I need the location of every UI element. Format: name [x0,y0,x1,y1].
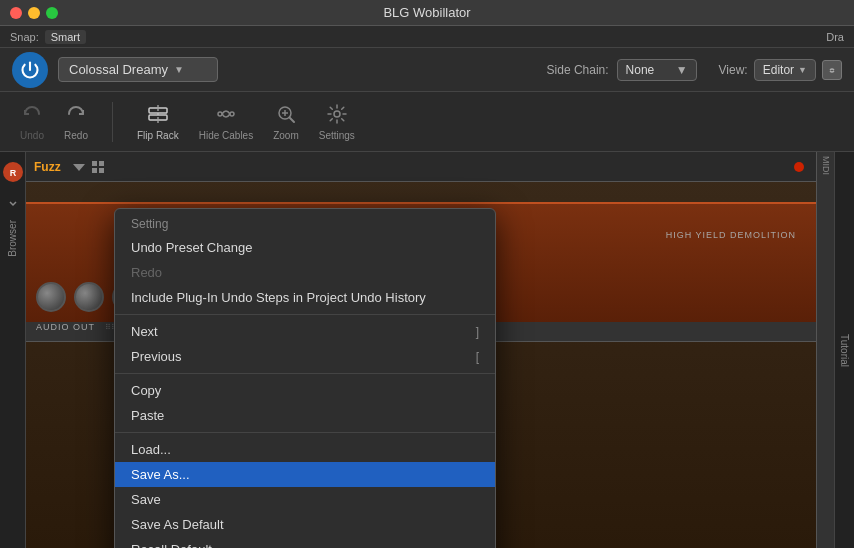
redo-icon [64,102,88,126]
flip-rack-icon [146,102,170,126]
sidechain-area: Side Chain: None ▼ [547,59,697,81]
menu-item-load[interactable]: Load... [115,437,495,462]
menu-sep-1 [115,314,495,315]
context-menu: Setting Undo Preset Change Redo Include … [114,208,496,548]
menu-item-load-label: Load... [131,442,171,457]
hide-cables-label: Hide Cables [199,130,253,141]
close-button[interactable] [10,7,22,19]
view-button[interactable]: Editor ▼ [754,59,816,81]
menu-item-save-label: Save [131,492,161,507]
menu-item-recall-default[interactable]: Recall Default [115,537,495,548]
title-bar: BLG Wobillator [0,0,854,26]
settings-icon [325,102,349,126]
flip-rack-label: Flip Rack [137,130,179,141]
menu-item-paste-label: Paste [131,408,164,423]
chain-link-icon[interactable] [822,60,842,80]
toolbar: Undo Redo Flip Rack [0,92,854,152]
plugin-header: Colossal Dreamy ▼ Side Chain: None ▼ Vie… [0,48,854,92]
settings-button[interactable]: Settings [319,102,355,141]
browser-icon[interactable]: R [3,162,23,182]
sidechain-arrow-icon: ▼ [676,63,688,77]
dropdown-arrow-icon: ▼ [174,64,184,75]
menu-section-header: Setting [115,213,495,235]
menu-item-next-label: Next [131,324,158,339]
menu-sep-3 [115,432,495,433]
view-label: View: [719,63,748,77]
sidechain-label: Side Chain: [547,63,609,77]
svg-point-3 [218,112,222,116]
menu-item-include-undo[interactable]: Include Plug-In Undo Steps in Project Un… [115,285,495,310]
hide-cables-icon [214,102,238,126]
menu-item-next[interactable]: Next ] [115,319,495,344]
tutorial-panel: Tutorial [834,152,854,548]
menu-item-paste[interactable]: Paste [115,403,495,428]
power-button[interactable] [12,52,48,88]
snap-value[interactable]: Smart [45,30,86,44]
menu-item-undo-preset[interactable]: Undo Preset Change [115,235,495,260]
menu-item-redo-label: Redo [131,265,162,280]
menu-item-save-as[interactable]: Save As... [115,462,495,487]
sidechain-select[interactable]: None ▼ [617,59,697,81]
menu-item-copy[interactable]: Copy [115,378,495,403]
view-arrow-icon: ▼ [798,65,807,75]
menu-sep-2 [115,373,495,374]
flip-rack-button[interactable]: Flip Rack [137,102,179,141]
menu-item-save-as-label: Save As... [131,467,190,482]
preset-dropdown[interactable]: Colossal Dreamy ▼ [58,57,218,82]
svg-text:R: R [9,168,16,178]
window-title: BLG Wobillator [383,5,470,20]
zoom-icon [274,102,298,126]
undo-label: Undo [20,130,44,141]
window-controls[interactable] [10,7,58,19]
browser-label: Browser [7,220,18,257]
svg-line-6 [289,118,294,123]
zoom-button[interactable]: Zoom [273,102,299,141]
menu-item-redo: Redo [115,260,495,285]
snap-label: Snap: [10,31,39,43]
redo-button[interactable]: Redo [64,102,88,141]
svg-point-4 [230,112,234,116]
minimize-button[interactable] [28,7,40,19]
view-value: Editor [763,63,794,77]
toolbar-separator [112,102,113,142]
redo-label: Redo [64,130,88,141]
menu-item-previous-label: Previous [131,349,182,364]
hide-cables-button[interactable]: Hide Cables [199,102,253,141]
menu-item-undo-preset-label: Undo Preset Change [131,240,252,255]
menu-item-previous-shortcut: [ [476,350,479,364]
menu-item-next-shortcut: ] [476,325,479,339]
undo-button[interactable]: Undo [20,102,44,141]
browser-expand-arrow[interactable] [8,194,18,212]
menu-item-copy-label: Copy [131,383,161,398]
browser-panel: R Browser [0,152,26,548]
preset-name: Colossal Dreamy [69,62,168,77]
undo-icon [20,102,44,126]
zoom-label: Zoom [273,130,299,141]
sidechain-value: None [626,63,655,77]
drag-label: Dra [826,31,844,43]
maximize-button[interactable] [46,7,58,19]
menu-item-save-as-default[interactable]: Save As Default [115,512,495,537]
menu-item-recall-default-label: Recall Default [131,542,212,548]
svg-point-9 [334,111,340,117]
menu-item-save[interactable]: Save [115,487,495,512]
menu-item-save-as-default-label: Save As Default [131,517,224,532]
plugin-content: Fuzz AUDIO OUT ⠿⠿⠿⠿⠿⠿ [26,152,834,548]
snap-bar: Snap: Smart Dra [0,26,854,48]
menu-item-previous[interactable]: Previous [ [115,344,495,369]
tutorial-label: Tutorial [839,334,850,367]
settings-label: Settings [319,130,355,141]
view-area: View: Editor ▼ [719,59,842,81]
context-menu-overlay[interactable]: Setting Undo Preset Change Redo Include … [26,152,834,548]
menu-item-include-undo-label: Include Plug-In Undo Steps in Project Un… [131,290,426,305]
main-area: R Browser Fuzz [0,152,854,548]
